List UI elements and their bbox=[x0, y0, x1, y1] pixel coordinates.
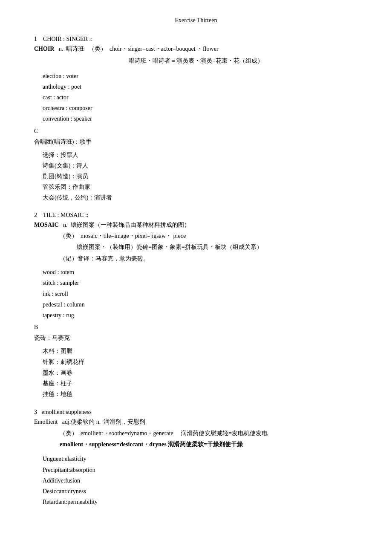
section-2-answers: wood : totem stitch : sampler ink : scro… bbox=[43, 267, 358, 321]
answer-1-1: election : voter bbox=[43, 71, 358, 81]
section-3-header: 3 emollient:suppleness bbox=[34, 409, 358, 416]
answer-2-5: tapestry : rug bbox=[43, 310, 358, 321]
section-2-chinese-analogy: 镶嵌图案・（装饰用）瓷砖=图象・象素=拼板玩具・板块（组成关系） bbox=[77, 243, 358, 252]
answer-3-2: Precipitant:absorption bbox=[43, 465, 358, 475]
section-1-number: 1 bbox=[34, 36, 43, 42]
section-2-chinese-main: 瓷砖：马赛克 bbox=[34, 332, 358, 343]
answer-3-5: Retardant:permeability bbox=[43, 497, 358, 507]
section-3-number: 3 bbox=[34, 409, 42, 415]
answer-2-2: stitch : sampler bbox=[43, 278, 358, 288]
section-2-chinese-answers: 木料：图腾 针脚：刺绣花样 墨水：画卷 基座：柱子 挂毯：地毯 bbox=[43, 346, 358, 399]
section-3-bold-line: emollient・suppleness=desiccant・drynes 润滑… bbox=[60, 440, 358, 449]
answer-2-1: wood : totem bbox=[43, 267, 358, 278]
section-1: 1 CHOIR : SINGER :: CHOIR n. 唱诗班 （类） cho… bbox=[34, 36, 358, 203]
chinese-answer-2-3: 墨水：画卷 bbox=[43, 367, 358, 378]
section-3-entry: Emollient adj.使柔软的 n. 润滑剂，安慰剂 bbox=[34, 417, 358, 427]
chinese-answer-1-2: 诗集(文集)：诗人 bbox=[43, 160, 358, 171]
chinese-answer-1-3: 剧团(铸造)：演员 bbox=[43, 171, 358, 182]
section-2-entry-analogy: （类） mosaic・tile=image・pixel=jigsaw・ piec… bbox=[60, 231, 358, 241]
section-1-header: 1 CHOIR : SINGER :: bbox=[34, 36, 358, 43]
section-1-answer-label: C bbox=[34, 128, 358, 135]
section-2-number: 2 bbox=[34, 212, 43, 218]
answer-1-2: anthology : poet bbox=[43, 81, 358, 92]
section-2-entry-note: （记）音译：马赛克，意为瓷砖。 bbox=[60, 254, 358, 263]
section-2-header: 2 TILE : MOSAIC :: bbox=[34, 212, 358, 219]
answer-1-4: orchestra : composer bbox=[43, 103, 358, 113]
answer-1-5: convention : speaker bbox=[43, 113, 358, 124]
section-2: 2 TILE : MOSAIC :: MOSAIC n. 镶嵌图案（一种装饰品由… bbox=[34, 212, 358, 400]
answer-2-4: pedestal : column bbox=[43, 299, 358, 310]
answer-3-1: Unguent:elasticity bbox=[43, 454, 358, 464]
section-1-chinese-analogy: 唱诗班・唱诗者＝演员表・演员=花束・花（组成） bbox=[34, 55, 358, 66]
section-3: 3 emollient:suppleness Emollient adj.使柔软… bbox=[34, 409, 358, 507]
answer-3-3: Additive:fusion bbox=[43, 475, 358, 486]
chinese-answer-1-1: 选择：投票人 bbox=[43, 150, 358, 160]
answer-1-3: cast : actor bbox=[43, 92, 358, 103]
section-2-answer-label: B bbox=[34, 324, 358, 331]
section-2-entry: MOSAIC n. 镶嵌图案（一种装饰品由某种材料拼成的图） bbox=[34, 220, 358, 230]
chinese-answer-2-5: 挂毯：地毯 bbox=[43, 389, 358, 399]
chinese-answer-2-2: 针脚：刺绣花样 bbox=[43, 357, 358, 367]
answer-2-3: ink : scroll bbox=[43, 289, 358, 299]
section-1-entry: CHOIR n. 唱诗班 （类） choir・singer=cast・actor… bbox=[34, 44, 358, 54]
answer-3-4: Desiccant:dryness bbox=[43, 486, 358, 497]
section-3-entry-analogy: （类） emollient・soothe=dynamo・generate 润滑药… bbox=[60, 429, 358, 438]
chinese-answer-2-1: 木料：图腾 bbox=[43, 346, 358, 356]
section-1-chinese-answers: 选择：投票人 诗集(文集)：诗人 剧团(铸造)：演员 管弦乐团：作曲家 大会(传… bbox=[43, 150, 358, 203]
page-title: Exercise Thirteen bbox=[34, 17, 358, 24]
section-1-answers: election : voter anthology : poet cast :… bbox=[43, 71, 358, 124]
chinese-answer-1-4: 管弦乐团：作曲家 bbox=[43, 182, 358, 192]
section-1-chinese-main: 合唱团(唱诗班)：歌手 bbox=[34, 136, 358, 147]
chinese-answer-1-5: 大会(传统，公约)：演讲者 bbox=[43, 192, 358, 203]
chinese-answer-2-4: 基座：柱子 bbox=[43, 378, 358, 389]
section-3-answers: Unguent:elasticity Precipitant:absorptio… bbox=[43, 454, 358, 507]
